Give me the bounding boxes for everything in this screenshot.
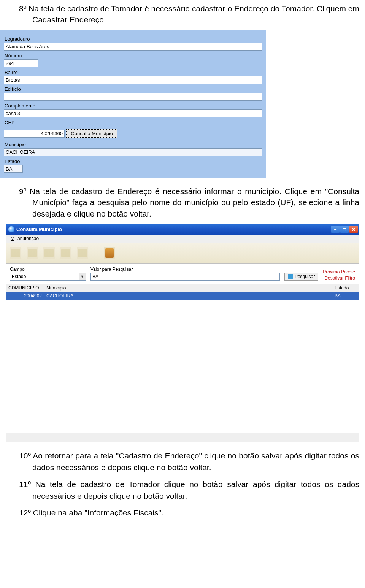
grid-header: CDMUNICIPIO Município Estado (6, 284, 359, 292)
consulta-municipio-button[interactable]: Consulta Município (66, 129, 117, 138)
instruction-9: 9º Na tela de cadastro de Endereço é nec… (19, 186, 359, 219)
cell-code: 2904902 (6, 292, 44, 300)
link-desativar-filtro[interactable]: Desativar Filtro (324, 275, 355, 281)
table-row[interactable]: 2904902 CACHOEIRA BA (6, 292, 359, 300)
toolbar (6, 243, 359, 264)
address-form-panel: Logradouro Número Bairro Edifício Comple… (0, 30, 266, 178)
cell-name: CACHOEIRA (44, 292, 332, 300)
link-proximo-pacote[interactable]: Próximo Pacote (323, 269, 355, 275)
grid-body[interactable]: 2904902 CACHOEIRA BA (6, 292, 359, 433)
input-complemento[interactable] (4, 109, 262, 117)
label-estado: Estado (5, 158, 262, 164)
campo-dropdown-icon[interactable]: ▼ (79, 273, 86, 281)
maximize-button[interactable]: ◻ (340, 226, 349, 233)
search-icon (288, 274, 293, 279)
input-municipio (4, 148, 262, 156)
toolbar-icon-4[interactable] (60, 247, 71, 259)
input-bairro[interactable] (4, 76, 262, 84)
input-numero[interactable] (4, 59, 38, 67)
instruction-12: 12º Clique na aba "Informações Fiscais". (19, 507, 359, 519)
minimize-button[interactable]: – (331, 226, 340, 233)
label-cep: CEP (5, 120, 262, 125)
campo-combo[interactable] (10, 273, 79, 281)
label-campo: Campo (10, 267, 86, 272)
pesquisar-button[interactable]: Pesquisar (284, 273, 318, 281)
titlebar: Consulta Município – ◻ ✕ (6, 224, 359, 235)
toolbar-separator (96, 247, 96, 259)
close-button[interactable]: ✕ (349, 226, 358, 233)
col-estado[interactable]: Estado (332, 284, 359, 292)
window-title: Consulta Município (16, 226, 331, 232)
input-edificio[interactable] (4, 93, 262, 101)
app-icon (8, 226, 14, 232)
toolbar-icon-5[interactable] (77, 247, 88, 259)
label-edificio: Edifício (5, 86, 262, 92)
instruction-11: 11º Na tela de cadastro de Tomador cliqu… (19, 478, 359, 502)
input-estado (4, 165, 23, 173)
search-row: Campo ▼ Valor para Pesquisar Pesquisar P… (6, 264, 359, 284)
label-valor: Valor para Pesquisar (90, 267, 280, 272)
input-cep[interactable] (4, 130, 65, 138)
toolbar-icon-3[interactable] (43, 247, 55, 259)
input-logradouro[interactable] (4, 43, 262, 51)
col-municipio[interactable]: Município (44, 284, 332, 292)
label-bairro: Bairro (5, 70, 262, 75)
cell-state: BA (332, 292, 359, 300)
menubar: Manutenção (6, 235, 359, 243)
toolbar-db-icon[interactable] (104, 247, 115, 259)
grid-footer (6, 433, 359, 442)
final-instructions: 10º Ao retornar para a tela "Cadastro de… (0, 450, 365, 519)
label-numero: Número (5, 53, 262, 58)
label-complemento: Complemento (5, 103, 262, 109)
label-logradouro: Logradouro (5, 36, 262, 42)
pesquisar-label: Pesquisar (295, 274, 315, 279)
valor-pesquisar-input[interactable] (90, 273, 280, 281)
menu-manutencao[interactable]: Manutenção (8, 235, 45, 242)
instruction-10: 10º Ao retornar para a tela "Cadastro de… (19, 450, 359, 474)
label-municipio: Município (5, 142, 262, 147)
result-grid: CDMUNICIPIO Município Estado 2904902 CAC… (6, 284, 359, 442)
toolbar-icon-2[interactable] (27, 247, 38, 259)
col-cdmunicipio[interactable]: CDMUNICIPIO (6, 284, 44, 292)
consulta-municipio-window: Consulta Município – ◻ ✕ Manutenção Camp… (6, 224, 359, 442)
toolbar-icon-1[interactable] (10, 247, 21, 259)
instruction-8: 8º Na tela de cadastro de Tomador é nece… (19, 3, 359, 25)
